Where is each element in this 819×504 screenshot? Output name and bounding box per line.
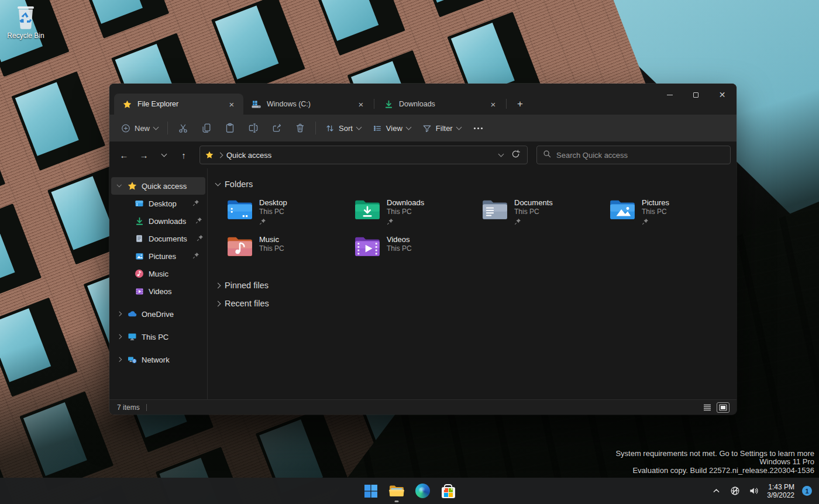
star-icon	[205, 150, 214, 160]
chevron-right-icon[interactable]	[116, 312, 123, 316]
pin-icon	[195, 217, 202, 226]
section-recent-files[interactable]: Recent files	[216, 296, 726, 310]
recent-locations-button[interactable]	[155, 146, 173, 164]
large-icons-view-toggle[interactable]	[717, 403, 729, 412]
paste-button[interactable]	[218, 118, 242, 138]
folder-tile-downloads[interactable]: Downloads This PC	[354, 198, 481, 227]
status-bar: 7 items	[109, 399, 737, 415]
clock-time: 1:43 PM	[767, 483, 794, 491]
search-input[interactable]	[556, 151, 724, 160]
sidebar-item-desktop[interactable]: Desktop	[111, 195, 205, 212]
start-button[interactable]	[359, 479, 383, 503]
chevron-down-icon	[456, 124, 462, 130]
search-box[interactable]	[536, 146, 731, 164]
music-icon	[135, 269, 144, 278]
copy-button[interactable]	[195, 118, 218, 138]
maximize-button[interactable]	[683, 86, 709, 103]
chevron-right-icon	[215, 282, 221, 288]
tab-close-icon[interactable]: ×	[354, 97, 368, 111]
items-view: Folders Desktop This PC	[208, 168, 737, 399]
chevron-right-icon[interactable]	[116, 335, 123, 339]
tab-downloads[interactable]: Downloads ×	[376, 94, 505, 115]
address-dropdown-icon[interactable]	[498, 151, 504, 157]
network-icon	[128, 355, 137, 364]
star-icon	[128, 181, 137, 191]
close-button[interactable]: ✕	[709, 86, 735, 103]
edge-taskbar-button[interactable]	[411, 479, 434, 503]
monitor-icon	[128, 332, 137, 341]
see-more-button[interactable]	[467, 118, 490, 138]
share-button[interactable]	[265, 118, 288, 138]
sidebar-item-music[interactable]: Music	[111, 265, 205, 282]
sidebar-item-downloads[interactable]: Downloads	[111, 212, 205, 230]
up-button[interactable]: ↑	[175, 146, 192, 164]
view-button[interactable]: View	[367, 118, 417, 138]
section-pinned-files[interactable]: Pinned files	[216, 278, 726, 292]
folder-tile-music[interactable]: Music This PC	[226, 235, 354, 264]
minimize-button[interactable]	[656, 86, 683, 103]
items-count: 7 items	[117, 403, 140, 412]
paste-icon	[225, 123, 235, 133]
chevron-right-icon[interactable]	[116, 358, 123, 361]
sidebar-item-network[interactable]: Network	[111, 351, 205, 368]
new-tab-button[interactable]: +	[510, 95, 530, 113]
minimize-icon	[667, 95, 673, 95]
sidebar-item-this-pc[interactable]: This PC	[111, 328, 205, 346]
folder-tile-documents[interactable]: Documents This PC	[481, 198, 609, 227]
evaluation-watermark: System requirements not met. Go to Setti…	[615, 450, 814, 475]
store-taskbar-button[interactable]	[436, 479, 460, 503]
clock-date: 3/9/2022	[767, 491, 794, 499]
chevron-down-icon	[153, 124, 159, 130]
taskbar-clock[interactable]: 1:43 PM 3/9/2022	[767, 483, 794, 499]
rename-button[interactable]	[242, 118, 265, 138]
chevron-down-icon[interactable]	[116, 185, 123, 187]
sort-button[interactable]: Sort	[319, 118, 367, 138]
breadcrumb-location[interactable]: Quick access	[226, 151, 495, 160]
running-indicator	[395, 500, 399, 502]
back-button[interactable]: ←	[115, 146, 133, 164]
details-view-toggle[interactable]	[701, 403, 713, 412]
section-folders[interactable]: Folders	[216, 177, 726, 191]
onedrive-cloud-icon	[128, 309, 137, 319]
tab-windows-c[interactable]: Windows (C:) ×	[243, 94, 373, 115]
tab-close-icon[interactable]: ×	[225, 97, 239, 111]
hidden-icons-button[interactable]	[708, 482, 724, 500]
delete-button[interactable]	[288, 118, 312, 138]
speaker-icon	[749, 486, 759, 496]
filter-button[interactable]: Filter	[417, 118, 467, 138]
pin-icon	[642, 217, 669, 227]
volume-button[interactable]	[746, 482, 761, 500]
chevron-down-icon	[215, 180, 221, 186]
sidebar-item-quick-access[interactable]: Quick access	[111, 177, 205, 195]
navigation-pane: Quick access Desktop Downloads	[109, 168, 208, 399]
pin-icon	[192, 252, 199, 261]
cut-button[interactable]	[171, 118, 195, 138]
pin-icon	[197, 234, 204, 243]
new-plus-icon	[121, 123, 130, 133]
sidebar-item-videos[interactable]: Videos	[111, 282, 205, 300]
status-divider	[146, 404, 147, 411]
folder-tile-videos[interactable]: Videos This PC	[354, 235, 481, 264]
forward-button[interactable]: →	[135, 146, 153, 164]
tab-label: File Explorer	[137, 100, 219, 108]
maximize-icon	[693, 92, 698, 98]
recycle-bin-shortcut[interactable]: Recycle Bin	[4, 5, 48, 40]
sidebar-item-documents[interactable]: Documents	[111, 230, 205, 247]
tab-close-icon[interactable]: ×	[486, 97, 500, 111]
file-explorer-taskbar-button[interactable]	[385, 479, 408, 503]
desktop-folder-icon	[226, 198, 253, 220]
notification-badge[interactable]: 1	[802, 486, 812, 496]
delete-icon	[295, 123, 305, 133]
refresh-button[interactable]	[511, 150, 520, 161]
sidebar-item-onedrive[interactable]: OneDrive	[111, 305, 205, 323]
tab-file-explorer[interactable]: File Explorer ×	[114, 94, 243, 115]
new-button[interactable]: New	[115, 118, 164, 138]
sidebar-item-pictures[interactable]: Pictures	[111, 247, 205, 265]
folder-tile-pictures[interactable]: Pictures This PC	[609, 198, 737, 227]
desktop-icon	[135, 199, 144, 208]
file-explorer-window: File Explorer × Windows (C:) ×	[109, 84, 737, 415]
chevron-right-icon	[215, 301, 221, 306]
network-status-button[interactable]	[727, 482, 742, 500]
address-bar[interactable]: Quick access	[199, 146, 528, 164]
folder-tile-desktop[interactable]: Desktop This PC	[226, 198, 354, 227]
